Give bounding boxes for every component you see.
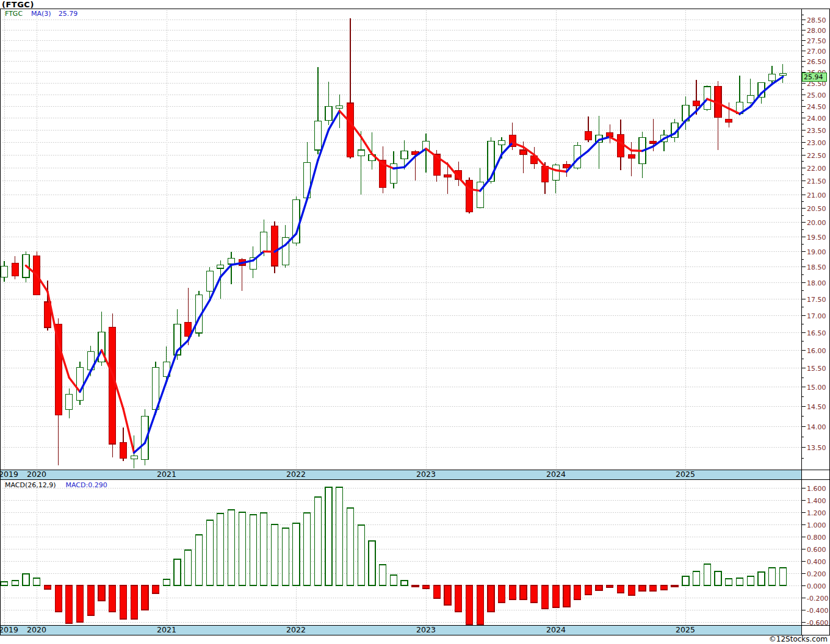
macd-bar-negative	[531, 585, 538, 603]
macd-bar-negative	[618, 585, 624, 593]
macd-bar-positive	[217, 513, 224, 585]
candle-down	[563, 164, 570, 168]
macd-bar-positive	[336, 487, 343, 585]
candle-down	[520, 150, 527, 154]
year-label: 2025	[676, 625, 695, 634]
candle-down	[272, 226, 278, 266]
macd-bar-negative	[412, 585, 419, 587]
macd-bar-positive	[380, 565, 386, 585]
price-axis-label: 18.00	[807, 279, 826, 287]
macd-legend: MACD(26,12,9)MACD:0.290	[5, 481, 107, 489]
macd-bar-positive	[34, 578, 40, 585]
macd-bar-positive	[769, 568, 776, 585]
price-axis-label: 27.00	[807, 48, 826, 55]
price-axis-label: 28.00	[807, 27, 826, 35]
macd-bar-negative	[66, 585, 73, 623]
macd-bar-positive	[347, 508, 354, 585]
macd-bar-positive	[23, 574, 29, 585]
macd-axis-label: 0.200	[807, 570, 826, 578]
candle-up	[206, 271, 213, 291]
macd-axis: 1.6001.4001.2001.0000.8000.6000.4000.200…	[801, 485, 828, 627]
macd-axis-label: 0.600	[807, 546, 826, 554]
year-label: 2022	[286, 470, 306, 479]
candle-up	[131, 456, 137, 459]
macd-bar-positive	[682, 576, 689, 585]
year-label: 2023	[416, 470, 436, 479]
year-label: 2024	[546, 470, 566, 479]
copyright-watermark: ©12Stocks.com	[769, 635, 828, 643]
year-label: 2022	[286, 625, 306, 634]
macd-bar-positive	[163, 579, 170, 585]
macd-bar-positive	[737, 578, 743, 585]
candle-up	[552, 165, 559, 181]
macd-bar-negative	[639, 585, 646, 591]
macd-bar-negative	[563, 585, 570, 607]
macd-bar-positive	[239, 512, 245, 585]
macd-bar-positive	[185, 550, 192, 585]
ma-segment-down	[426, 149, 437, 157]
year-label: 2024	[546, 625, 566, 634]
macd-bar-negative	[650, 585, 657, 591]
price-axis-label: 23.50	[807, 127, 826, 135]
candle-down	[55, 324, 62, 415]
macd-bar-positive	[779, 568, 786, 585]
macd-bar-negative	[98, 585, 105, 601]
macd-bar-positive	[747, 576, 754, 585]
macd-bar-positive	[206, 520, 213, 585]
macd-params-label: MACD(26,12,9)	[5, 481, 56, 489]
ticker-symbol-label: FTGC	[5, 10, 23, 18]
price-axis-label: 28.50	[807, 16, 826, 24]
candle-up	[747, 96, 754, 102]
macd-bar-negative	[44, 585, 51, 589]
price-axis-label: 17.00	[807, 312, 826, 320]
macd-bar-negative	[520, 585, 527, 599]
ma-line	[26, 77, 782, 453]
chart-canvas: 2019201920202020202120212022202220232023…	[0, 0, 830, 644]
macd-bar-negative	[585, 585, 591, 595]
candle-up	[314, 121, 321, 150]
price-axis-label: 26.50	[807, 58, 826, 66]
macd-bar-positive	[282, 528, 289, 585]
candle-up	[66, 395, 73, 409]
candle-up	[336, 106, 343, 109]
candle-down	[444, 175, 451, 177]
macd-axis-label: 0.000	[807, 582, 826, 590]
price-axis-label: 19.00	[807, 248, 826, 256]
price-axis-label: 16.00	[807, 347, 826, 355]
macd-bar-positive	[293, 523, 300, 585]
macd-bar-negative	[628, 585, 635, 595]
year-label: 2021	[157, 625, 176, 634]
macd-bar-negative	[142, 585, 148, 610]
candle-up	[499, 140, 505, 145]
candle-down	[542, 166, 549, 182]
candle-up	[358, 150, 364, 156]
macd-bar-negative	[423, 585, 430, 589]
price-axis-label: 13.50	[807, 444, 826, 452]
year-label: 2020	[27, 470, 46, 479]
macd-bar-positive	[304, 513, 311, 585]
macd-bar-negative	[77, 585, 84, 622]
ma-segment-up	[253, 251, 264, 260]
macd-bar-negative	[87, 585, 94, 615]
page-title: (FTGC)	[2, 0, 34, 9]
macd-bar-negative	[574, 585, 581, 599]
candle-down	[120, 442, 126, 458]
price-axis-label: 14.00	[807, 423, 826, 431]
macd-axis-label: -0.600	[807, 619, 828, 627]
candle-down	[109, 327, 116, 444]
macd-bar-negative	[455, 585, 462, 612]
year-label: 2019	[0, 625, 18, 634]
candle-down	[466, 181, 473, 212]
macd-bar-negative	[433, 585, 440, 598]
price-legend: FTGCMA(3)25.79	[5, 10, 78, 18]
candle-up	[77, 367, 84, 400]
macd-bar-negative	[109, 585, 116, 612]
ma-segment-down	[632, 151, 643, 151]
candle-up	[401, 151, 408, 159]
candle-down	[628, 155, 635, 159]
macd-axis-label: -0.400	[807, 607, 828, 615]
macd-bar-positive	[196, 535, 203, 585]
macd-axis-label: -0.200	[807, 595, 828, 603]
macd-bar-positive	[726, 579, 732, 585]
macd-bar-positive	[314, 497, 321, 585]
